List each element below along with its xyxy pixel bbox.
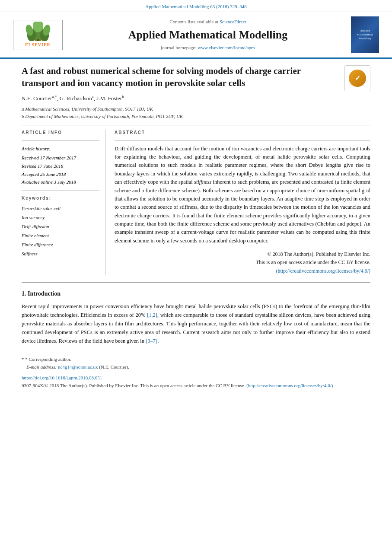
publisher-logo-area: ELSEVIER: [13, 20, 69, 50]
journal-cover-thumbnail: Applied Mathematical Modelling: [351, 16, 379, 53]
keyword-3: Drift-diffusion: [22, 222, 99, 231]
sciencedirect-link[interactable]: ScienceDirect: [220, 19, 246, 24]
keywords-divider: [22, 191, 99, 191]
ref-3-7[interactable]: [3–7]: [146, 338, 157, 344]
abstract-column: ABSTRACT Drift-diffusion models that acc…: [115, 130, 370, 275]
section-title: Introduction: [28, 290, 61, 297]
footer-license-url[interactable]: (http://creativecommons.org/licenses/by/…: [246, 383, 333, 388]
footnote-corresponding: * * Corresponding author.: [22, 356, 370, 363]
copyright-text: © 2018 The Author(s). Published by Elsev…: [115, 250, 370, 258]
svg-rect-7: [37, 39, 39, 41]
footnote-divider: [22, 352, 86, 352]
introduction-heading: 1. Introduction: [22, 290, 370, 298]
corresponding-author-text: * Corresponding author.: [25, 357, 71, 362]
authors-line: N.E. Courtiera,*, G. Richardsona, J.M. F…: [22, 94, 370, 103]
article-info-column: ARTICLE INFO Article history: Received 1…: [22, 130, 106, 275]
article-info-label: ARTICLE INFO: [22, 130, 99, 136]
footer-license-text: 0307-904X/© 2018 The Author(s). Publishe…: [22, 383, 245, 388]
ref-1-2[interactable]: [1,2]: [147, 312, 157, 318]
article-title-block: A fast and robust numerical scheme for s…: [22, 65, 370, 89]
author3-sup: b: [122, 95, 124, 99]
article-history-block: Article history: Received 17 November 20…: [22, 145, 99, 186]
asterisk-icon: *: [22, 357, 25, 362]
email-link[interactable]: nc4g14@soton.ac.uk: [58, 364, 98, 369]
journal-ref-text: Applied Mathematical Modelling 63 (2018)…: [145, 4, 246, 9]
keyword-1: Perovskite solar cell: [22, 204, 99, 213]
revised-date: Revised 17 June 2018: [22, 162, 99, 170]
section-divider-1: [22, 282, 370, 283]
abstract-label: ABSTRACT: [115, 130, 370, 136]
introduction-section: 1. Introduction Recent rapid improvement…: [22, 290, 370, 346]
keyword-6: Stiffness: [22, 249, 99, 258]
article-info-abstract-columns: ARTICLE INFO Article history: Received 1…: [22, 130, 370, 275]
section-number: 1.: [22, 290, 26, 297]
homepage-url[interactable]: www.elsevier.com/locate/apm: [198, 45, 255, 50]
cc-license-line: This is an open access article under the…: [115, 258, 370, 267]
elsevier-tree-icon: [21, 22, 55, 41]
cc-url-line: (http://creativecommons.org/licenses/by/…: [115, 267, 370, 275]
article-title-text: A fast and robust numerical scheme for s…: [22, 66, 301, 88]
elsevier-logo-box: ELSEVIER: [13, 20, 63, 50]
check-for-updates-badge: ✓: [344, 65, 370, 91]
journal-header: ELSEVIER Contents lists available at Sci…: [0, 12, 392, 59]
article-info-divider: [22, 140, 99, 140]
main-content: A fast and robust numerical scheme for s…: [0, 59, 392, 398]
journal-reference-bar: Applied Mathematical Modelling 63 (2018)…: [0, 0, 392, 12]
introduction-text: Recent rapid improvements in power conve…: [22, 302, 370, 345]
journal-title-area: Contents lists available at ScienceDirec…: [69, 19, 347, 51]
keyword-4: Finite element: [22, 231, 99, 240]
doi-line: https://doi.org/10.1016/j.apm.2018.06.05…: [22, 375, 370, 381]
affiliations-block: a Mathematical Sciences, University of S…: [22, 105, 370, 121]
received-date: Received 17 November 2017: [22, 154, 99, 162]
author2-name: , G. Richardson: [57, 95, 92, 102]
email-label-text: E-mail address:: [26, 364, 57, 369]
copyright-block: © 2018 The Author(s). Published by Elsev…: [115, 250, 370, 275]
keywords-list: Perovskite solar cell Ion vacancy Drift-…: [22, 204, 99, 258]
header-divider: [22, 125, 370, 125]
author1-name: N.E. Courtier: [22, 95, 52, 102]
journal-thumbnail-area: Applied Mathematical Modelling: [347, 16, 379, 53]
email-suffix-text: (N.E. Courtier).: [99, 364, 129, 369]
journal-homepage-line: journal homepage: www.elsevier.com/locat…: [69, 45, 347, 51]
cc-url-link[interactable]: (http://creativecommons.org/licenses/by/…: [276, 268, 370, 274]
available-online-date: Available online 3 July 2018: [22, 178, 99, 186]
abstract-divider: [115, 140, 370, 140]
keywords-section: Keywords: Perovskite solar cell Ion vaca…: [22, 191, 99, 258]
check-updates-icon: ✓: [349, 70, 366, 87]
author3-name: , J.M. Foster: [94, 95, 122, 102]
keywords-label: Keywords:: [22, 195, 99, 201]
abstract-text: Drift-diffusion models that account for …: [115, 145, 370, 245]
history-label: Article history:: [22, 145, 99, 153]
stiffness-italic: stiffness: [194, 179, 211, 185]
sciencedirect-line: Contents lists available at ScienceDirec…: [69, 19, 347, 25]
keyword-5: Finite difference: [22, 240, 99, 249]
affil-a: a Mathematical Sciences, University of S…: [22, 105, 370, 113]
accepted-date: Accepted 25 June 2018: [22, 170, 99, 178]
affil-b: b Department of Mathematics, University …: [22, 113, 370, 121]
doi-text[interactable]: https://doi.org/10.1016/j.apm.2018.06.05…: [22, 375, 102, 380]
author1-sup: a,*: [52, 95, 57, 99]
keyword-2: Ion vacancy: [22, 213, 99, 222]
journal-title: Applied Mathematical Modelling: [69, 27, 347, 43]
footnote-email: E-mail address: nc4g14@soton.ac.uk (N.E.…: [22, 363, 370, 371]
elsevier-brand-text: ELSEVIER: [25, 42, 51, 48]
footer-license-line: 0307-904X/© 2018 The Author(s). Publishe…: [22, 382, 370, 389]
